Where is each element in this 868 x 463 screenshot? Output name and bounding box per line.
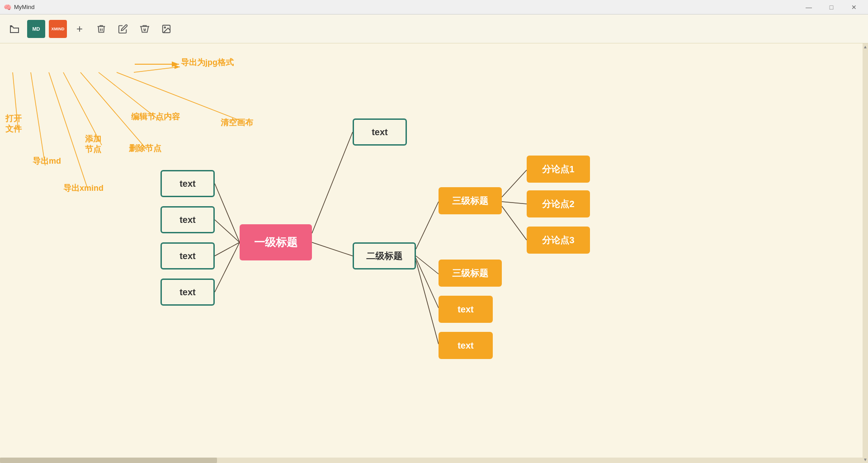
annotation-add-node: 添加节点 [85, 134, 101, 155]
svg-point-1 [164, 27, 165, 28]
level4-node-1[interactable]: 分论点1 [527, 156, 590, 183]
titlebar: 🧠 MyMind — □ ✕ [0, 0, 868, 14]
annotation-export-xmind: 导出xmind [63, 183, 104, 194]
right-top-node[interactable]: text [353, 118, 407, 146]
open-file-button[interactable] [5, 20, 24, 38]
level3-node-1[interactable]: 三级标题 [439, 187, 502, 214]
annotation-edit-node: 编辑节点内容 [131, 111, 180, 122]
annotation-lines [0, 43, 868, 463]
svg-line-22 [416, 260, 439, 344]
level3-text-2[interactable]: text [439, 332, 493, 359]
svg-line-20 [416, 256, 439, 274]
scroll-down-arrow[interactable]: ▼ [862, 456, 868, 463]
edit-node-button[interactable] [114, 20, 132, 38]
delete-node-button[interactable] [92, 20, 110, 38]
window-controls: — □ ✕ [798, 0, 864, 14]
level3-text-1[interactable]: text [439, 296, 493, 323]
left-node-4[interactable]: text [160, 279, 215, 306]
svg-line-5 [63, 72, 102, 145]
level4-node-3[interactable]: 分论点3 [527, 227, 590, 254]
canvas: 导出为jpg格式 打开文件 导出md 导出xmind 添加节点 删除节点 编辑节… [0, 43, 868, 463]
app-title: MyMind [14, 4, 798, 10]
level3-node-2[interactable]: 三级标题 [439, 260, 502, 287]
close-button[interactable]: ✕ [844, 0, 864, 14]
left-node-2[interactable]: text [160, 206, 215, 233]
scroll-up-arrow[interactable]: ▲ [862, 43, 868, 50]
annotation-clear-canvas: 清空画布 [221, 117, 253, 128]
svg-line-21 [416, 258, 439, 308]
svg-line-24 [502, 202, 527, 204]
minimize-button[interactable]: — [798, 0, 819, 14]
svg-line-7 [99, 72, 160, 121]
svg-line-17 [312, 132, 353, 233]
export-jpg-button[interactable] [157, 20, 175, 38]
level4-node-2[interactable]: 分论点2 [527, 190, 590, 217]
clear-canvas-button[interactable] [136, 20, 154, 38]
annotation-delete-node: 删除节点 [129, 143, 161, 154]
svg-line-14 [215, 220, 240, 242]
svg-line-3 [31, 72, 45, 165]
vertical-scrollbar[interactable]: ▲ ▼ [863, 43, 868, 463]
svg-line-15 [215, 242, 240, 256]
svg-line-25 [502, 206, 527, 240]
left-node-1[interactable]: text [160, 170, 215, 197]
level2-node[interactable]: 二级标题 [353, 242, 416, 269]
maximize-button[interactable]: □ [821, 0, 842, 14]
left-node-3[interactable]: text [160, 242, 215, 269]
export-md-button[interactable]: MD [27, 20, 45, 38]
root-node[interactable]: 一级标题 [240, 224, 312, 260]
annotation-open-file: 打开文件 [5, 113, 22, 135]
app-icon: 🧠 [4, 4, 11, 11]
svg-line-23 [502, 170, 527, 197]
svg-line-4 [49, 72, 88, 190]
svg-line-6 [80, 72, 147, 150]
toolbar: MD XMIND + [0, 14, 868, 43]
add-node-button[interactable]: + [71, 20, 89, 38]
svg-line-16 [215, 242, 240, 292]
svg-line-8 [117, 72, 242, 121]
svg-line-19 [416, 202, 439, 249]
scrollbar-thumb[interactable] [0, 458, 217, 463]
svg-line-9 [134, 67, 179, 72]
svg-line-13 [215, 184, 240, 242]
annotation-export-jpg: 导出为jpg格式 [181, 57, 234, 68]
annotation-export-md: 导出md [33, 156, 61, 166]
svg-line-2 [13, 72, 18, 129]
export-xmind-button[interactable]: XMIND [49, 20, 67, 38]
horizontal-scrollbar[interactable] [0, 458, 868, 463]
svg-line-18 [312, 242, 353, 256]
